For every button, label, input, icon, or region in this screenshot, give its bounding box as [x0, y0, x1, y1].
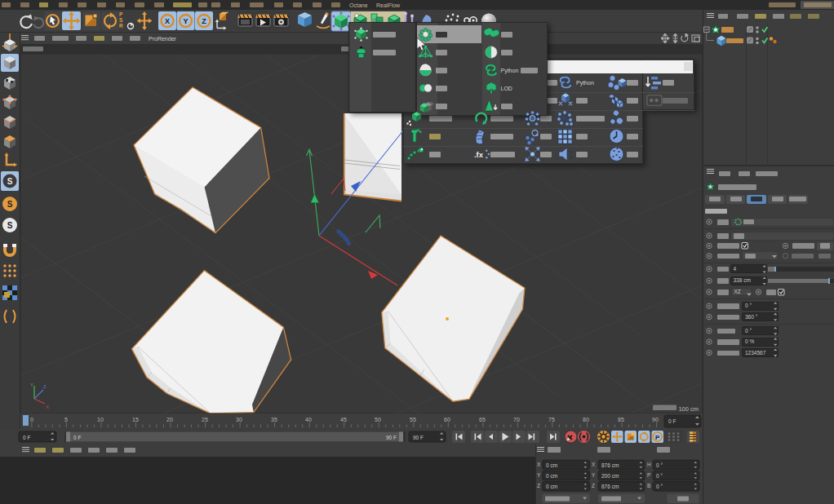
- svg-text:H: H: [647, 462, 651, 467]
- svg-text:876 cm: 876 cm: [601, 462, 619, 468]
- svg-text:90 F: 90 F: [386, 435, 397, 440]
- svg-text:P: P: [655, 434, 660, 441]
- svg-text:40: 40: [305, 417, 312, 422]
- svg-text:Z: Z: [202, 17, 206, 25]
- svg-text:Z: Z: [537, 483, 540, 489]
- svg-text:P: P: [119, 11, 123, 17]
- svg-text:20: 20: [166, 417, 173, 422]
- svg-text:60: 60: [444, 417, 450, 422]
- svg-text:0 °: 0 °: [656, 462, 663, 468]
- svg-text:S: S: [7, 221, 13, 230]
- svg-text:45: 45: [340, 417, 347, 422]
- svg-text:90 F: 90 F: [413, 435, 424, 440]
- svg-text:0 F: 0 F: [73, 435, 81, 440]
- svg-text:X: X: [537, 462, 541, 467]
- svg-text:X: X: [592, 462, 596, 467]
- svg-text:B: B: [647, 483, 650, 489]
- svg-text:S: S: [7, 177, 13, 186]
- svg-text:70: 70: [513, 417, 520, 422]
- svg-text:50: 50: [375, 417, 381, 422]
- svg-text:5: 5: [64, 417, 68, 422]
- svg-text:X: X: [165, 17, 170, 25]
- svg-text:0 cm: 0 cm: [546, 484, 557, 489]
- svg-text:0 cm: 0 cm: [546, 473, 557, 479]
- svg-text:Z: Z: [592, 483, 595, 489]
- svg-text:Y: Y: [592, 472, 596, 478]
- svg-text:S: S: [119, 17, 123, 23]
- svg-text:100 cm: 100 cm: [678, 405, 699, 413]
- svg-text:.fx: .fx: [474, 151, 484, 159]
- svg-text:65: 65: [479, 417, 486, 422]
- svg-text:90: 90: [652, 417, 659, 422]
- svg-text:S: S: [7, 200, 13, 209]
- svg-text:R: R: [119, 23, 123, 29]
- svg-text:Y: Y: [30, 382, 33, 387]
- svg-text:Y: Y: [537, 472, 541, 478]
- svg-text:X: X: [46, 405, 49, 409]
- svg-text:25: 25: [202, 417, 208, 422]
- svg-text:35: 35: [271, 417, 277, 422]
- svg-text:15: 15: [132, 417, 139, 422]
- svg-text:85: 85: [618, 417, 624, 422]
- svg-text:0 °: 0 °: [656, 484, 663, 489]
- svg-text:10: 10: [97, 417, 104, 422]
- svg-text:0 °: 0 °: [656, 473, 663, 479]
- svg-text:0 cm: 0 cm: [546, 462, 557, 468]
- svg-text:0: 0: [30, 417, 33, 422]
- svg-text:0 F: 0 F: [668, 418, 676, 424]
- svg-text:876 cm: 876 cm: [601, 484, 619, 489]
- svg-text:200 cm: 200 cm: [601, 473, 619, 479]
- svg-text:75: 75: [548, 417, 555, 422]
- svg-text:80: 80: [583, 417, 589, 422]
- svg-text:0 F: 0 F: [23, 435, 30, 440]
- svg-text:30: 30: [236, 417, 242, 422]
- svg-text:Y: Y: [183, 17, 188, 25]
- svg-text:Z: Z: [43, 384, 47, 389]
- svg-text:55: 55: [410, 417, 416, 422]
- svg-text:P: P: [647, 472, 650, 478]
